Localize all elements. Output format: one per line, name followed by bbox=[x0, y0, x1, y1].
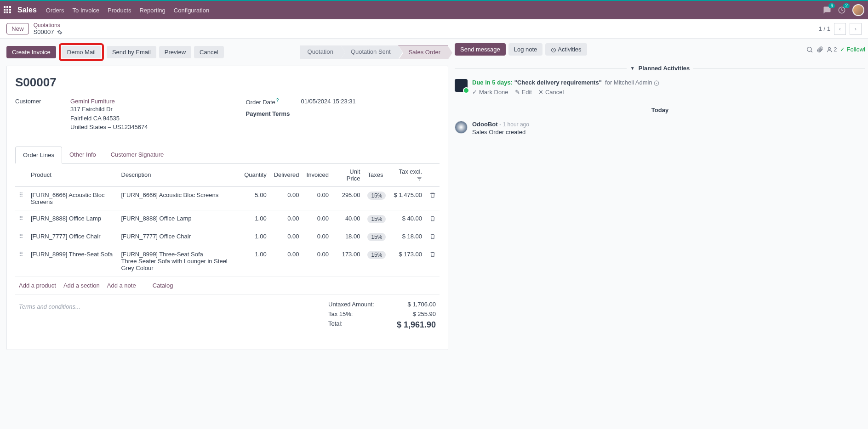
tab-customer-signature[interactable]: Customer Signature bbox=[103, 147, 171, 163]
col-unit-price[interactable]: Unit Price bbox=[332, 164, 364, 187]
col-invoiced[interactable]: Invoiced bbox=[303, 164, 332, 187]
cell-description[interactable]: [FURN_8888] Office Lamp bbox=[118, 210, 241, 228]
cell-description[interactable]: [FURN_7777] Office Chair bbox=[118, 228, 241, 246]
apps-icon[interactable] bbox=[4, 6, 12, 14]
cell-description[interactable]: [FURN_8999] Three-Seat SofaThree Seater … bbox=[118, 246, 241, 276]
order-date-value[interactable]: 01/05/2024 15:23:31 bbox=[301, 98, 356, 106]
catalog-link[interactable]: Catalog bbox=[153, 282, 173, 289]
cell-taxes[interactable]: 15% bbox=[364, 186, 389, 210]
column-options-icon[interactable] bbox=[417, 176, 422, 181]
preview-button[interactable]: Preview bbox=[159, 46, 191, 58]
table-row[interactable]: ⠿ [FURN_7777] Office Chair [FURN_7777] O… bbox=[15, 228, 440, 246]
cell-quantity[interactable]: 5.00 bbox=[240, 186, 270, 210]
cell-taxes[interactable]: 15% bbox=[364, 228, 389, 246]
cell-unit-price[interactable]: 173.00 bbox=[332, 246, 364, 276]
cancel-button[interactable]: Cancel bbox=[194, 46, 223, 58]
cell-delivered[interactable]: 0.00 bbox=[270, 186, 303, 210]
cell-product[interactable]: [FURN_8888] Office Lamp bbox=[27, 210, 118, 228]
tab-order-lines[interactable]: Order Lines bbox=[15, 147, 62, 164]
cell-product[interactable]: [FURN_6666] Acoustic Bloc Screens bbox=[27, 186, 118, 210]
col-product[interactable]: Product bbox=[27, 164, 118, 187]
cell-unit-price[interactable]: 40.00 bbox=[332, 210, 364, 228]
cell-unit-price[interactable]: 18.00 bbox=[332, 228, 364, 246]
delete-row-icon[interactable] bbox=[429, 192, 436, 198]
col-description[interactable]: Description bbox=[118, 164, 241, 187]
address-line1: 317 Fairchild Dr bbox=[70, 105, 148, 114]
add-note-link[interactable]: Add a note bbox=[107, 282, 136, 289]
send-message-button[interactable]: Send message bbox=[455, 43, 506, 56]
planned-activities-header[interactable]: ▼Planned Activities bbox=[455, 65, 865, 72]
gear-icon[interactable] bbox=[57, 29, 63, 35]
stage-quotation-sent[interactable]: Quotation Sent bbox=[341, 45, 398, 59]
demo-mail-button[interactable]: Demo Mail bbox=[62, 46, 101, 58]
breadcrumb-parent[interactable]: Quotations bbox=[34, 22, 63, 28]
send-email-button[interactable]: Send by Email bbox=[107, 46, 156, 58]
search-icon[interactable] bbox=[806, 46, 813, 53]
edit-activity-button[interactable]: ✎ Edit bbox=[515, 89, 532, 96]
activities-clock-icon[interactable]: 2 bbox=[838, 6, 846, 14]
cell-invoiced[interactable]: 0.00 bbox=[303, 186, 332, 210]
cell-invoiced[interactable]: 0.00 bbox=[303, 228, 332, 246]
new-button[interactable]: New bbox=[6, 23, 29, 34]
log-author[interactable]: OdooBot bbox=[472, 121, 498, 128]
brand-title[interactable]: Sales bbox=[17, 6, 37, 14]
info-icon[interactable] bbox=[654, 80, 659, 86]
cell-product[interactable]: [FURN_7777] Office Chair bbox=[27, 228, 118, 246]
cell-quantity[interactable]: 1.00 bbox=[240, 210, 270, 228]
record-title: S00007 bbox=[15, 75, 440, 90]
delete-row-icon[interactable] bbox=[429, 251, 436, 258]
following-button[interactable]: ✓ Followi bbox=[840, 46, 865, 53]
customer-link[interactable]: Gemini Furniture bbox=[70, 98, 148, 105]
cell-description[interactable]: [FURN_6666] Acoustic Bloc Screens bbox=[118, 186, 241, 210]
cell-taxes[interactable]: 15% bbox=[364, 210, 389, 228]
cell-invoiced[interactable]: 0.00 bbox=[303, 210, 332, 228]
add-section-link[interactable]: Add a section bbox=[63, 282, 100, 289]
table-row[interactable]: ⠿ [FURN_8999] Three-Seat Sofa [FURN_8999… bbox=[15, 246, 440, 276]
table-row[interactable]: ⠿ [FURN_8888] Office Lamp [FURN_8888] Of… bbox=[15, 210, 440, 228]
create-invoice-button[interactable]: Create Invoice bbox=[6, 46, 56, 58]
followers-button[interactable]: 2 bbox=[826, 46, 837, 53]
menu-to-invoice[interactable]: To Invoice bbox=[73, 7, 100, 14]
terms-input[interactable]: Terms and conditions... bbox=[15, 295, 325, 340]
col-quantity[interactable]: Quantity bbox=[240, 164, 270, 187]
pager-next[interactable]: › bbox=[850, 23, 862, 35]
drag-handle-icon[interactable]: ⠿ bbox=[19, 233, 23, 240]
col-delivered[interactable]: Delivered bbox=[270, 164, 303, 187]
cell-quantity[interactable]: 1.00 bbox=[240, 246, 270, 276]
activity-user-avatar[interactable] bbox=[455, 79, 468, 92]
tab-other-info[interactable]: Other Info bbox=[62, 147, 103, 163]
cell-unit-price[interactable]: 295.00 bbox=[332, 186, 364, 210]
messages-icon[interactable]: 6 bbox=[823, 6, 831, 14]
cell-delivered[interactable]: 0.00 bbox=[270, 210, 303, 228]
attachment-icon[interactable] bbox=[816, 46, 823, 53]
col-tax-excl[interactable]: Tax excl. bbox=[389, 164, 426, 187]
stage-quotation[interactable]: Quotation bbox=[300, 45, 341, 59]
cancel-activity-button[interactable]: ✕ Cancel bbox=[538, 89, 564, 96]
stage-sales-order[interactable]: Sales Order bbox=[398, 45, 448, 59]
cell-delivered[interactable]: 0.00 bbox=[270, 228, 303, 246]
svg-point-2 bbox=[807, 47, 811, 51]
table-row[interactable]: ⠿ [FURN_6666] Acoustic Bloc Screens [FUR… bbox=[15, 186, 440, 210]
drag-handle-icon[interactable]: ⠿ bbox=[19, 192, 23, 198]
cell-delivered[interactable]: 0.00 bbox=[270, 246, 303, 276]
customer-label: Customer bbox=[15, 98, 70, 132]
user-avatar[interactable] bbox=[852, 4, 864, 16]
cell-quantity[interactable]: 1.00 bbox=[240, 228, 270, 246]
menu-products[interactable]: Products bbox=[108, 7, 131, 14]
col-taxes[interactable]: Taxes bbox=[364, 164, 389, 187]
menu-orders[interactable]: Orders bbox=[46, 7, 64, 14]
delete-row-icon[interactable] bbox=[429, 215, 436, 222]
add-product-link[interactable]: Add a product bbox=[19, 282, 56, 289]
log-note-button[interactable]: Log note bbox=[508, 43, 543, 56]
pager-prev[interactable]: ‹ bbox=[834, 23, 846, 35]
mark-done-button[interactable]: ✓ Mark Done bbox=[472, 89, 508, 96]
cell-product[interactable]: [FURN_8999] Three-Seat Sofa bbox=[27, 246, 118, 276]
menu-reporting[interactable]: Reporting bbox=[139, 7, 165, 14]
activities-button[interactable]: Activities bbox=[545, 43, 587, 56]
cell-taxes[interactable]: 15% bbox=[364, 246, 389, 276]
drag-handle-icon[interactable]: ⠿ bbox=[19, 251, 23, 258]
drag-handle-icon[interactable]: ⠿ bbox=[19, 215, 23, 222]
menu-configuration[interactable]: Configuration bbox=[174, 7, 209, 14]
cell-invoiced[interactable]: 0.00 bbox=[303, 246, 332, 276]
delete-row-icon[interactable] bbox=[429, 233, 436, 240]
